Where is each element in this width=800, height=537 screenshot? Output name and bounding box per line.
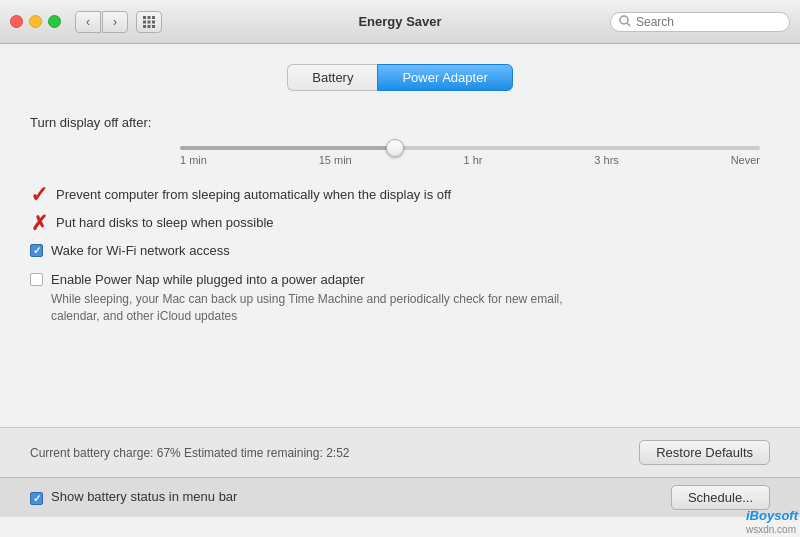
footer-bar: ✓ Show battery status in menu bar Schedu…: [0, 477, 800, 517]
option-power-nap-content: Enable Power Nap while plugged into a po…: [51, 271, 563, 325]
bottom-section: Current battery charge: 67% Estimated ti…: [0, 427, 800, 477]
grid-button[interactable]: [136, 11, 162, 33]
slider-ticks: 1 min 15 min 1 hr 3 hrs Never: [170, 154, 770, 166]
option-power-nap-label: Enable Power Nap while plugged into a po…: [51, 271, 563, 289]
tab-bar: Battery Power Adapter: [30, 64, 770, 91]
traffic-lights: [10, 15, 61, 28]
wake-wifi-checkbox[interactable]: ✓: [30, 244, 43, 257]
tick-3hrs: 3 hrs: [594, 154, 618, 166]
svg-point-9: [620, 16, 628, 24]
svg-rect-8: [152, 25, 155, 28]
svg-rect-1: [148, 16, 151, 19]
maximize-button[interactable]: [48, 15, 61, 28]
search-box[interactable]: [610, 12, 790, 32]
option-wake-wifi-label: Wake for Wi-Fi network access: [51, 242, 230, 260]
titlebar: ‹ › Energy Saver: [0, 0, 800, 44]
option-power-nap-subtext: While sleeping, your Mac can back up usi…: [51, 291, 563, 325]
schedule-button[interactable]: Schedule...: [671, 485, 770, 510]
tick-never: Never: [731, 154, 760, 166]
close-button[interactable]: [10, 15, 23, 28]
options-section: ✓ Prevent computer from sleeping automat…: [30, 186, 770, 324]
footer-checkbox-row: ✓ Show battery status in menu bar: [30, 488, 237, 506]
big-x-icon: ✗: [30, 214, 48, 232]
show-battery-status-checkbox[interactable]: ✓: [30, 492, 43, 505]
window-title: Energy Saver: [358, 14, 441, 29]
back-button[interactable]: ‹: [75, 11, 101, 33]
svg-rect-3: [143, 20, 146, 23]
option-wake-wifi[interactable]: ✓ Wake for Wi-Fi network access: [30, 242, 770, 260]
tab-power-adapter[interactable]: Power Adapter: [377, 64, 512, 91]
slider-fill: [180, 146, 395, 150]
option-prevent-sleep[interactable]: ✓ Prevent computer from sleeping automat…: [30, 186, 770, 204]
tick-15min: 15 min: [319, 154, 352, 166]
svg-line-10: [627, 23, 630, 26]
slider-thumb[interactable]: [386, 139, 404, 157]
tick-1min: 1 min: [180, 154, 207, 166]
option-power-nap[interactable]: Enable Power Nap while plugged into a po…: [30, 271, 770, 325]
restore-defaults-button[interactable]: Restore Defaults: [639, 440, 770, 465]
big-checkmark-icon: ✓: [30, 186, 48, 204]
slider-section: Turn display off after: 1 min 15 min 1 h…: [30, 115, 770, 166]
show-battery-status-label: Show battery status in menu bar: [51, 488, 237, 506]
tab-battery[interactable]: Battery: [287, 64, 377, 91]
option-hard-disks[interactable]: ✗ Put hard disks to sleep when possible: [30, 214, 770, 232]
search-icon: [619, 15, 631, 29]
option-prevent-sleep-label: Prevent computer from sleeping automatic…: [56, 186, 451, 204]
tick-1hr: 1 hr: [464, 154, 483, 166]
svg-rect-5: [152, 20, 155, 23]
watermark: iBoysoft wsxdn.com: [746, 508, 798, 535]
svg-rect-7: [148, 25, 151, 28]
svg-rect-6: [143, 25, 146, 28]
main-content: Battery Power Adapter Turn display off a…: [0, 44, 800, 537]
slider-track[interactable]: [180, 146, 760, 150]
nav-buttons: ‹ ›: [75, 11, 128, 33]
svg-rect-4: [148, 20, 151, 23]
svg-rect-0: [143, 16, 146, 19]
forward-button[interactable]: ›: [102, 11, 128, 33]
battery-status: Current battery charge: 67% Estimated ti…: [30, 446, 350, 460]
search-input[interactable]: [636, 15, 781, 29]
minimize-button[interactable]: [29, 15, 42, 28]
power-nap-checkbox[interactable]: [30, 273, 43, 286]
slider-label: Turn display off after:: [30, 115, 151, 130]
svg-rect-2: [152, 16, 155, 19]
option-hard-disks-label: Put hard disks to sleep when possible: [56, 214, 274, 232]
